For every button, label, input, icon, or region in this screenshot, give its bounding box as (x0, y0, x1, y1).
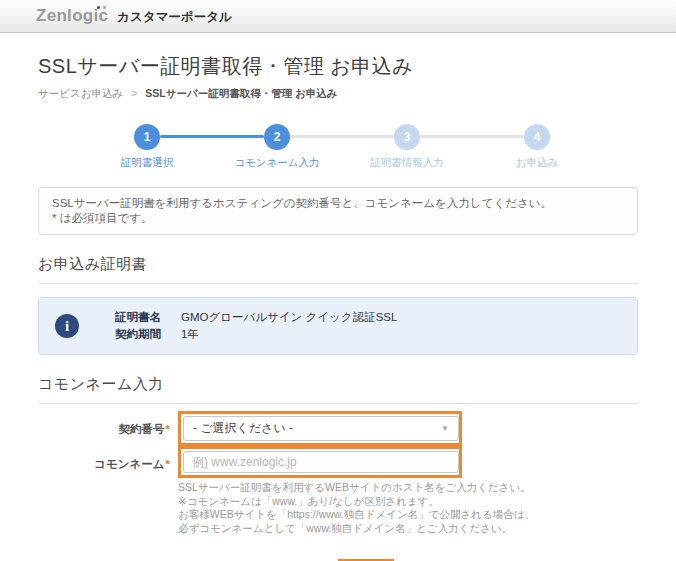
common-name-section-heading: コモンネーム入力 (38, 375, 638, 404)
step-4-label: お申込み (516, 156, 559, 170)
logo-dot-dark-icon (97, 6, 100, 9)
info-icon: i (55, 314, 79, 338)
step-1-label: 証明書選択 (121, 156, 174, 170)
contract-number-highlight-box: - ご選択ください - ▼ (178, 411, 462, 446)
common-name-section: コモンネーム入力 契約番号* - ご選択ください - ▼ コモン (38, 375, 638, 535)
help-line-1: SSLサーバー証明書を利用するWEBサイトのホスト名をご入力ください。 (178, 481, 638, 495)
zenlogic-logo[interactable]: Zenlogic (36, 6, 108, 26)
page-title: SSLサーバー証明書取得・管理 お申込み (38, 53, 638, 80)
common-name-row: コモンネーム* (38, 446, 638, 478)
breadcrumb-separator: > (131, 87, 137, 99)
certificate-name-value: GMOグローバルサイン クイック認証SSL (181, 309, 397, 326)
contract-number-selected-value: - ご選択ください - (193, 420, 293, 437)
help-line-4: 必ずコモンネームとして「www.独自ドメイン名」とご入力ください。 (178, 522, 638, 536)
common-name-highlight-box (178, 446, 462, 478)
certificate-name-label: 証明書名 (115, 309, 167, 326)
page: Zenlogic カスタマーポータル SSLサーバー証明書取得・管理 お申込み … (0, 0, 676, 561)
step-1-certificate-select: 1 証明書選択 (82, 124, 212, 170)
certificate-info-box: i 証明書名 GMOグローバルサイン クイック認証SSL 契約期間 1年 (38, 297, 638, 355)
common-name-input[interactable] (183, 451, 459, 473)
logo-dot-light-icon (103, 6, 106, 9)
step-3-label: 証明書情報入力 (370, 156, 444, 170)
notice-line-1: SSLサーバー証明書を利用するホスティングの契約番号と、コモンネームを入力してく… (52, 196, 624, 211)
contract-number-label: 契約番号* (38, 411, 178, 446)
breadcrumb-parent-link[interactable]: サービスお申込み (38, 87, 123, 99)
common-name-help-text: SSLサーバー証明書を利用するWEBサイトのホスト名をご入力ください。 ※コモン… (178, 481, 638, 535)
contract-period-label: 契約期間 (115, 326, 167, 343)
required-mark: * (166, 458, 170, 470)
breadcrumb: サービスお申込み > SSLサーバー証明書取得・管理 お申込み (38, 87, 638, 101)
certificate-section-heading: お申込み証明書 (38, 255, 638, 284)
help-line-2: ※コモンネームは「www.」あり/なしが区別されます。 (178, 495, 638, 509)
certificate-details: 証明書名 GMOグローバルサイン クイック認証SSL 契約期間 1年 (115, 309, 397, 343)
contract-period-row: 契約期間 1年 (115, 326, 397, 343)
step-2-circle: 2 (264, 124, 290, 150)
step-2-common-name: 2 コモンネーム入力 (212, 124, 342, 170)
step-4-circle: 4 (524, 124, 550, 150)
step-1-circle: 1 (134, 124, 160, 150)
notice-box: SSLサーバー証明書を利用するホスティングの契約番号と、コモンネームを入力してく… (38, 187, 638, 235)
portal-label: カスタマーポータル (117, 7, 232, 26)
required-mark: * (166, 423, 170, 435)
main-content: SSLサーバー証明書取得・管理 お申込み サービスお申込み > SSLサーバー証… (0, 53, 676, 561)
contract-number-select[interactable]: - ご選択ください - ▼ (183, 416, 459, 441)
common-name-label-text: コモンネーム (94, 458, 164, 470)
step-2-label: コモンネーム入力 (234, 156, 319, 170)
chevron-down-icon: ▼ (441, 424, 449, 433)
contract-number-label-text: 契約番号 (119, 423, 165, 435)
certificate-section: お申込み証明書 i 証明書名 GMOグローバルサイン クイック認証SSL 契約期… (38, 255, 638, 355)
notice-line-2: * は必須項目です。 (52, 211, 624, 226)
step-4-apply: 4 お申込み (472, 124, 602, 170)
common-name-label: コモンネーム* (38, 446, 178, 478)
common-name-form: 契約番号* - ご選択ください - ▼ コモンネーム* (38, 411, 638, 535)
breadcrumb-current: SSLサーバー証明書取得・管理 お申込み (145, 87, 337, 99)
app-header: Zenlogic カスタマーポータル (0, 0, 676, 33)
contract-period-value: 1年 (181, 326, 199, 343)
step-3-certificate-info: 3 証明書情報入力 (342, 124, 472, 170)
certificate-name-row: 証明書名 GMOグローバルサイン クイック認証SSL (115, 309, 397, 326)
progress-stepper: 1 証明書選択 2 コモンネーム入力 3 証明書情報入力 4 お申込み (82, 124, 602, 170)
help-line-3: お客様WEBサイトを「https://www.独自ドメイン名」で公開される場合は… (178, 508, 638, 522)
contract-number-row: 契約番号* - ご選択ください - ▼ (38, 411, 638, 446)
step-3-circle: 3 (394, 124, 420, 150)
